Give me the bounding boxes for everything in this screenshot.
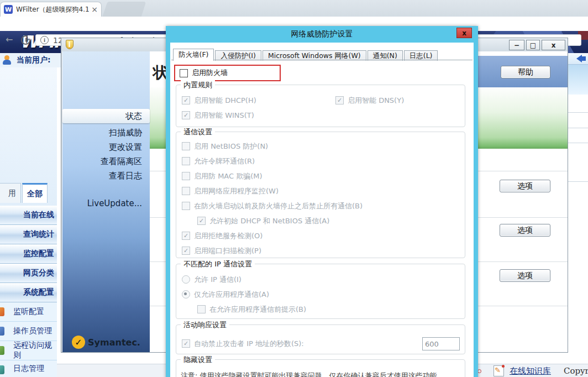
token-ring-checkbox[interactable]: ✓ <box>182 157 190 165</box>
smart-dns-checkbox[interactable]: ✓ <box>335 96 344 104</box>
checkbox-label: 在防火墙启动以前及防火墙停止之后禁止所有通信(B) <box>194 201 363 211</box>
sep-menu-status[interactable]: 状态 <box>62 109 150 123</box>
row-divider <box>568 181 588 182</box>
symantec-check-icon: ✓ <box>72 336 85 349</box>
network-threat-protection-dialog: 网络威胁防护设置 x 防火墙(F) 入侵防护(I) Microsoft Wind… <box>166 26 478 377</box>
listen-config-icon <box>0 307 4 316</box>
collapse-left-arrow-icon[interactable] <box>581 56 586 61</box>
checkbox-label: 自动禁止攻击者 IP 地址的秒数(S): <box>194 339 304 349</box>
sidebar-item-listen-config[interactable]: 监听配置 <box>0 302 57 322</box>
stealth-note: 注意: 使用这些隐藏设置时可能出现兼容问题。仅在你确认兼容后才使用这些功能。 <box>176 360 465 377</box>
back-icon[interactable]: ← <box>6 34 13 45</box>
sidebar-item-log-mgmt[interactable]: 日志管理 <box>0 360 57 377</box>
group-title: 隐藏设置 <box>181 355 215 365</box>
minimize-button[interactable]: − <box>509 40 524 50</box>
online-knowledge-base-link[interactable]: 在线知识库 <box>510 366 551 376</box>
row-divider <box>568 112 588 113</box>
tab-common-partial[interactable]: 用 <box>0 183 21 203</box>
browser-tabstrip: W WFilter（超级嗅探狗4.1 × <box>0 0 588 17</box>
token-ring-row: ✓ 允许令牌环通信(R) <box>176 154 465 169</box>
options-button-3[interactable]: 选项 <box>500 269 550 282</box>
sep-menu-liveupdate[interactable]: LiveUpdate... <box>62 196 150 211</box>
sidebar-item-label: 日志管理 <box>13 364 44 374</box>
active-response-group: 活动响应设置 ✓ 自动禁止攻击者 IP 地址的秒数(S): <box>176 324 465 354</box>
checkbox-label: 启用端口扫描检测(P) <box>194 246 261 256</box>
sidebar-item-label: 远程访问规则 <box>13 341 57 360</box>
group-title: 内置规则 <box>181 80 215 90</box>
sidebar-item-system-config[interactable]: 系统配置 <box>0 283 57 302</box>
unmatched-ip-group: 不匹配的 IP 通信设置 允许 IP 通信(I) 仅允许应用程序通信(A) ✓ … <box>176 264 465 319</box>
sep-menu-logs[interactable]: 查看日志 <box>62 169 150 183</box>
options-button-2[interactable]: 选项 <box>500 224 550 237</box>
smart-wins-row: ✓ 启用智能 WINS(T) <box>176 108 465 123</box>
collapse-left-arrow-icon[interactable] <box>573 55 582 62</box>
radio-label: 仅允许应用程序通信(A) <box>194 290 269 300</box>
smart-wins-checkbox[interactable]: ✓ <box>182 111 190 119</box>
smart-dhcp-checkbox[interactable]: ✓ <box>182 96 190 104</box>
port-scan-detection-checkbox[interactable]: ✓ <box>182 247 190 255</box>
stealth-settings-group: 隐藏设置 注意: 使用这些隐藏设置时可能出现兼容问题。仅在你确认兼容后才使用这些… <box>176 359 465 377</box>
dialog-tabs: 防火墙(F) 入侵防护(I) Microsoft Windows 网络(W) 通… <box>173 49 439 61</box>
tab-close-icon[interactable]: × <box>91 5 98 14</box>
allow-app-only-row: 仅允许应用程序通信(A) <box>176 287 465 302</box>
sidebar-item-web-category[interactable]: 网页分类 <box>0 264 57 283</box>
anti-mac-spoofing-checkbox[interactable]: ✓ <box>182 172 190 180</box>
wfilter-favicon-icon: W <box>4 5 13 14</box>
tab-title: WFilter（超级嗅探狗4.1 <box>16 5 89 14</box>
sidebar-item-query-stats[interactable]: 查询统计 <box>0 225 57 244</box>
reload-icon[interactable] <box>21 35 30 45</box>
auto-block-attacker-checkbox[interactable]: ✓ <box>182 339 190 348</box>
knowledge-base-icon <box>494 365 504 376</box>
allow-ip-traffic-row: 允许 IP 通信(I) <box>176 272 465 287</box>
symantec-logo-text: Symantec. <box>88 337 140 348</box>
sidebar-item-operator-mgmt[interactable]: 操作员管理 <box>0 322 57 341</box>
app-monitoring-row: ✓ 启用网络应用程序监控(W) <box>176 184 465 198</box>
prompt-before-row: ✓ 在允许应用程序通信前提示(B) <box>176 302 465 317</box>
checkbox-label: 启用智能 DNS(Y) <box>348 96 404 106</box>
allow-app-only-radio[interactable] <box>182 290 190 299</box>
sidebar-item-online[interactable]: 当前在线 <box>0 206 57 225</box>
anti-mac-spoofing-row: ✓ 启用防 MAC 欺骗(M) <box>176 169 465 184</box>
browser-tab[interactable]: W WFilter（超级嗅探狗4.1 × <box>0 2 102 17</box>
sidebar-item-remote-access[interactable]: 远程访问规则 <box>0 341 57 360</box>
checkbox-label: 启用拒绝服务检测(O) <box>194 231 262 241</box>
maximize-button[interactable]: □ <box>526 40 540 50</box>
tab-all[interactable]: 全部 <box>22 183 48 203</box>
smart-dns-row: ✓ 启用智能 DNS(Y) <box>330 93 404 108</box>
screen: W WFilter（超级嗅探狗4.1 × ← i 127.0.0.1:10090… <box>0 0 588 377</box>
netbios-protection-checkbox[interactable]: ✓ <box>182 142 190 150</box>
options-button-1[interactable]: 选项 <box>500 180 550 192</box>
allow-ip-traffic-radio[interactable] <box>182 275 190 284</box>
inactive-tab[interactable] <box>103 2 146 17</box>
group-title: 通信设置 <box>181 127 215 137</box>
group-title: 不匹配的 IP 通信设置 <box>181 259 255 269</box>
netbios-protection-row: ✓ 启用 NetBIOS 防护(N) <box>176 139 465 154</box>
block-seconds-input[interactable] <box>422 337 460 350</box>
smart-dhcp-row: ✓ 启用智能 DHCP(H) <box>176 93 465 108</box>
checkbox-label: 在允许应用程序通信前提示(B) <box>209 305 306 315</box>
dos-detection-row: ✓ 启用拒绝服务检测(O) <box>176 228 465 243</box>
app-monitoring-checkbox[interactable]: ✓ <box>182 187 190 195</box>
page-info-icon[interactable]: i <box>40 36 49 44</box>
dialog-close-button[interactable]: x <box>456 28 472 38</box>
sidebar-item-label: 操作员管理 <box>13 326 52 336</box>
checkbox-label: 允许令牌环通信(R) <box>194 156 255 166</box>
sep-menu-quarantine[interactable]: 查看隔离区 <box>62 154 150 169</box>
remote-access-icon <box>0 346 4 355</box>
port-scan-detection-row: ✓ 启用端口扫描检测(P) <box>176 243 465 258</box>
sep-menu-scan[interactable]: 扫描威胁 <box>62 125 150 140</box>
operator-mgmt-icon <box>0 327 4 336</box>
sep-menu-change-settings[interactable]: 更改设置 <box>62 140 150 154</box>
close-window-button[interactable]: x <box>542 40 565 50</box>
dialog-title[interactable]: 网络威胁防护设置 <box>166 26 478 43</box>
sidebar-item-monitor-config[interactable]: 监控配置 <box>0 244 57 264</box>
symantec-sidebar: 状态 扫描威胁 更改设置 查看隔离区 查看日志 LiveUpdate... ✓ … <box>62 51 150 352</box>
enable-firewall-checkbox[interactable]: ✓ <box>180 69 188 77</box>
tab-firewall[interactable]: 防火墙(F) <box>173 49 214 61</box>
block-all-traffic-checkbox[interactable]: ✓ <box>182 202 190 210</box>
dos-detection-checkbox[interactable]: ✓ <box>182 232 190 240</box>
help-button[interactable]: 帮助 <box>501 66 550 78</box>
initial-dhcp-netbios-checkbox[interactable]: ✓ <box>197 217 206 225</box>
prompt-before-checkbox[interactable]: ✓ <box>197 305 206 313</box>
checkbox-label: 启用防火墙 <box>192 68 228 78</box>
